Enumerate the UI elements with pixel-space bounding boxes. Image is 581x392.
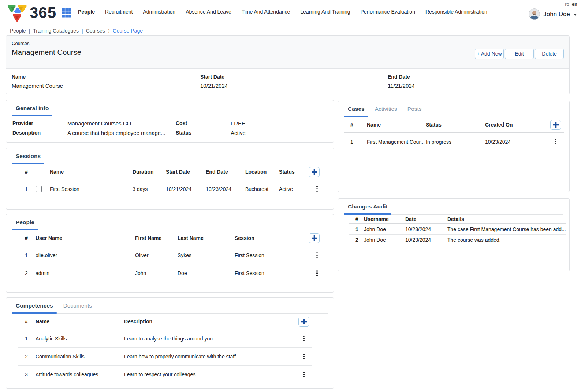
col-username: Username xyxy=(364,216,405,222)
app-launcher-icon[interactable] xyxy=(62,8,71,18)
breadcrumb-courses[interactable]: Courses xyxy=(86,28,105,34)
cases-table: # Name Status Created On 1 First Managem… xyxy=(344,117,564,151)
session-location: Bucharest xyxy=(245,186,279,192)
competence-description: Learn to respect your colleages xyxy=(124,372,295,377)
competence-row-menu-icon[interactable] xyxy=(295,372,312,377)
person-num: 2 xyxy=(18,270,36,276)
main-nav: People Recruitment Administration Absenc… xyxy=(73,9,492,15)
col-first-name: First Name xyxy=(135,235,178,241)
page-eyebrow: Courses xyxy=(12,41,564,46)
sessions-table-header: # Name Duration Start Date End Date Loca… xyxy=(18,164,325,180)
general-info-fields: Provider Management Courses CO. Cost FRE… xyxy=(12,120,328,136)
nav-item-responsible-administration[interactable]: Responsible Administration xyxy=(420,9,492,15)
competence-name: Analytic Skills xyxy=(36,336,124,342)
sessions-card: Sessions # Name Duration Start Date End … xyxy=(6,148,334,210)
field-name: Name Management Course xyxy=(12,74,200,89)
breadcrumb-people[interactable]: People xyxy=(10,28,26,34)
provider-label: Provider xyxy=(12,120,67,127)
nav-item-learning-and-training[interactable]: Learning And Training xyxy=(295,9,355,15)
competences-table-header: # Name Description xyxy=(18,314,312,329)
col-session: Session xyxy=(235,235,309,241)
add-person-button[interactable] xyxy=(309,233,320,243)
course-summary-fields: Name Management Course Start Date 10/21/… xyxy=(6,69,569,89)
col-name: Name xyxy=(36,318,124,324)
add-case-button[interactable] xyxy=(550,120,561,130)
edit-button[interactable]: Edit xyxy=(505,49,534,59)
logo-text: 365 xyxy=(30,4,56,22)
col-num: # xyxy=(18,235,36,241)
col-name: Name xyxy=(50,169,133,175)
col-duration: Duration xyxy=(133,169,166,175)
tab-cases[interactable]: Cases xyxy=(344,101,368,117)
col-num: # xyxy=(344,122,367,128)
field-start-date-value: 10/21/2024 xyxy=(200,83,388,89)
tab-competences[interactable]: Competences xyxy=(12,298,57,313)
breadcrumb-training-catalogues[interactable]: Training Catalogues xyxy=(33,28,79,34)
col-created-on: Created On xyxy=(485,122,547,128)
tab-posts[interactable]: Posts xyxy=(404,101,425,117)
competences-table: # Name Description 1 Analytic Skills Lea… xyxy=(18,314,312,383)
person-row: 1 olie.oliver Oliver Sykes First Session xyxy=(18,246,325,264)
people-card: People # User Name First Name Last Name … xyxy=(6,214,334,293)
tab-activities[interactable]: Activities xyxy=(371,101,401,117)
audit-date: 10/23/2024 xyxy=(405,226,447,232)
col-location: Location xyxy=(245,169,279,175)
breadcrumb-current-page[interactable]: Course Page xyxy=(113,28,143,34)
col-start-date: Start Date xyxy=(166,169,206,175)
nav-item-absence-and-leave[interactable]: Absence And Leave xyxy=(180,9,237,15)
plus-icon xyxy=(312,235,317,241)
nav-item-recruitment[interactable]: Recruitment xyxy=(100,9,138,15)
user-menu[interactable]: John Doe xyxy=(529,8,577,20)
session-checkbox[interactable] xyxy=(36,186,42,192)
session-row-menu-icon[interactable] xyxy=(309,186,325,192)
person-username: olie.oliver xyxy=(36,252,135,258)
competence-row-menu-icon[interactable] xyxy=(295,354,312,359)
course-header-card: Courses Management Course + Add New Edit… xyxy=(6,35,570,94)
nav-item-time-and-attendance[interactable]: Time And Attendance xyxy=(237,9,295,15)
tab-general-info[interactable]: General info xyxy=(12,100,52,116)
add-session-button[interactable] xyxy=(309,167,320,177)
person-row-menu-icon[interactable] xyxy=(309,252,325,258)
changes-audit-card: Changes Audit # Username Date Details 1 … xyxy=(338,198,570,271)
sessions-table: # Name Duration Start Date End Date Loca… xyxy=(18,164,325,198)
chevron-down-icon xyxy=(573,14,577,16)
status-value: Active xyxy=(231,130,328,136)
nav-item-performance-evaluation[interactable]: Performance Evaluation xyxy=(355,9,420,15)
cases-table-header: # Name Status Created On xyxy=(344,117,564,133)
nav-item-administration[interactable]: Administration xyxy=(138,9,180,15)
col-status: Status xyxy=(279,169,309,175)
session-status: Active xyxy=(279,186,309,192)
audit-num: 1 xyxy=(349,226,364,232)
col-name: Name xyxy=(367,122,426,128)
add-new-button[interactable]: + Add New xyxy=(475,49,504,59)
audit-num: 2 xyxy=(349,237,364,243)
people-table-header: # User Name First Name Last Name Session xyxy=(18,230,325,246)
breadcrumb-separator: | xyxy=(29,28,30,34)
language-switcher: roen xyxy=(565,1,577,7)
nav-item-people[interactable]: People xyxy=(73,9,100,15)
person-row-menu-icon[interactable] xyxy=(309,270,325,276)
add-competence-button[interactable] xyxy=(298,317,309,327)
lang-en-link[interactable]: en xyxy=(572,1,577,7)
delete-button[interactable]: Delete xyxy=(535,49,564,59)
person-first-name: John xyxy=(135,270,178,276)
user-avatar xyxy=(529,8,540,20)
app-logo[interactable]: 365 xyxy=(7,4,56,22)
tab-documents[interactable]: Documents xyxy=(60,298,96,313)
tab-sessions[interactable]: Sessions xyxy=(12,148,44,164)
tab-people[interactable]: People xyxy=(12,214,38,230)
header-actions: + Add New Edit Delete xyxy=(475,49,564,59)
sessions-tabs: Sessions xyxy=(12,148,328,164)
case-name: First Management Cour... xyxy=(367,139,426,145)
audit-details: The case First Management Course has bee… xyxy=(447,226,566,232)
session-row: 1 First Session 3 days 10/21/2024 10/23/… xyxy=(18,180,325,198)
cost-value: FREE xyxy=(231,120,328,127)
session-start: 10/21/2024 xyxy=(166,186,206,192)
case-row-menu-icon[interactable] xyxy=(547,139,564,145)
plus-icon xyxy=(301,319,307,324)
lang-ro-link[interactable]: ro xyxy=(565,1,569,7)
competence-row: 1 Analytic Skills Learn to analyse the t… xyxy=(18,329,312,347)
audit-row: 2 John Doe 10/23/2024 The course was add… xyxy=(349,234,566,245)
cases-tabs: Cases Activities Posts xyxy=(344,101,563,117)
competence-row-menu-icon[interactable] xyxy=(295,336,312,342)
